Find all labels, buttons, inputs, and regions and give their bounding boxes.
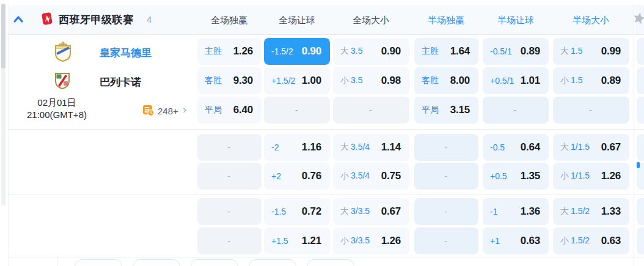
- over-under-prefix: 大: [560, 46, 569, 56]
- odds-cell[interactable]: 大3.5/41.14: [333, 134, 409, 161]
- odds-value: 1.16: [302, 141, 321, 153]
- odds-value: 0.67: [601, 141, 621, 153]
- column-header-half-handicap[interactable]: 半场让球: [479, 15, 552, 26]
- line-value: 1.5/2: [571, 206, 590, 216]
- match-time: 21:00(GMT+8): [8, 109, 106, 121]
- odds-cell[interactable]: 小1/1.51.26: [553, 163, 629, 190]
- home-team-crest: [52, 40, 74, 62]
- odds-label: +1.5/2: [271, 76, 295, 86]
- odds-label: 大1.5: [560, 46, 582, 57]
- home-team-name[interactable]: 皇家马德里: [100, 46, 152, 60]
- line-value: 3.5: [351, 75, 362, 85]
- odds-label: 大3/3.5: [340, 206, 370, 217]
- odds-cell[interactable]: 小3.5/40.75: [333, 163, 409, 190]
- odds-cell: -: [264, 97, 330, 124]
- scrollbar-thumb[interactable]: [1, 4, 5, 68]
- odds-value: 0.98: [381, 75, 401, 87]
- odds-cell: -: [197, 134, 262, 161]
- cutoff-odds-cell: [637, 134, 644, 161]
- odds-cell[interactable]: +20.76: [264, 163, 330, 190]
- odds-label: 客胜: [205, 75, 222, 86]
- pin-star-icon[interactable]: [633, 12, 644, 25]
- odds-cell[interactable]: +1.51.21: [264, 227, 330, 254]
- away-team-name[interactable]: 巴列卡诺: [100, 75, 141, 89]
- odds-cell[interactable]: -1.5/20.90: [264, 38, 330, 65]
- next-section-divider: [57, 257, 57, 266]
- odds-label: +1: [490, 236, 500, 246]
- empty-odds-dash: -: [295, 105, 298, 115]
- odds-label: 平局: [422, 105, 439, 116]
- odds-label: -1.5/2: [271, 46, 293, 56]
- odds-value: 0.67: [381, 205, 401, 218]
- collapse-chevron-up-icon[interactable]: [12, 13, 25, 26]
- odds-cell[interactable]: 小3/3.51.26: [333, 227, 409, 254]
- odds-cell[interactable]: -0.50.64: [483, 134, 549, 161]
- match-date: 02月01日: [8, 97, 106, 109]
- empty-odds-dash: -: [444, 236, 447, 246]
- odds-cell[interactable]: 大1/1.50.67: [553, 134, 629, 161]
- odds-cell[interactable]: -1.50.72: [264, 198, 330, 225]
- away-team-crest: [53, 71, 71, 89]
- odds-label: 小3.5: [340, 75, 362, 86]
- odds-label: -1: [490, 207, 497, 216]
- cutoff-tab-pill[interactable]: [191, 259, 238, 266]
- odds-label: 平局: [205, 105, 222, 116]
- odds-cell[interactable]: 主胜1.64: [414, 38, 478, 65]
- over-under-prefix: 小: [560, 171, 569, 180]
- empty-odds-dash: -: [589, 105, 592, 115]
- odds-cell[interactable]: 大1.5/21.33: [553, 198, 629, 225]
- odds-label: 大1/1.5: [560, 142, 590, 153]
- odds-cell[interactable]: -21.16: [264, 134, 330, 161]
- odds-cell: -: [414, 198, 478, 225]
- line-value: 1.5: [571, 75, 582, 85]
- odds-cell[interactable]: 主胜1.26: [197, 38, 262, 65]
- odds-cell[interactable]: +10.63: [483, 227, 549, 254]
- line-value: 1.5/2: [571, 235, 590, 245]
- odds-cell[interactable]: 客胜9.30: [197, 67, 262, 94]
- cutoff-tab-pill[interactable]: [307, 259, 354, 266]
- odds-value: 0.63: [601, 235, 621, 247]
- over-under-prefix: 小: [560, 235, 569, 245]
- odds-cell[interactable]: 平局3.15: [414, 97, 478, 124]
- odds-label: 小1.5/2: [560, 235, 590, 246]
- odds-cell[interactable]: 平局6.40: [197, 97, 262, 124]
- odds-label: -0.5: [490, 142, 505, 152]
- odds-label: 小1/1.5: [560, 171, 590, 182]
- divider: [8, 194, 644, 194]
- odds-cell[interactable]: 小3.50.98: [333, 67, 409, 94]
- cutoff-tab-pill[interactable]: [75, 259, 122, 266]
- column-header-half-overunder[interactable]: 半场大小: [554, 15, 628, 26]
- odds-cell[interactable]: 小1.5/20.63: [553, 227, 629, 254]
- odds-cell[interactable]: +0.5/11.01: [483, 67, 549, 94]
- column-header-full-overunder: 全场大小: [334, 15, 408, 26]
- empty-odds-dash: -: [444, 142, 447, 152]
- odds-cell[interactable]: 大1.50.99: [553, 38, 629, 65]
- line-value: 1.5: [571, 46, 582, 56]
- odds-cell[interactable]: 大3.50.90: [333, 38, 409, 65]
- odds-board: 西班牙甲级联赛 4 全场独赢 全场让球 全场大小 半场独赢 半场让球 半场大小 …: [0, 0, 644, 266]
- odds-label: 主胜: [422, 46, 439, 57]
- odds-cell[interactable]: -11.36: [483, 198, 549, 225]
- odds-cell[interactable]: 大3/3.50.67: [333, 198, 409, 225]
- odds-cell[interactable]: 小1.50.89: [553, 67, 629, 94]
- cutoff-odds-cell: [637, 227, 644, 254]
- extra-markets-count[interactable]: 248+: [158, 106, 178, 116]
- column-header-half-win[interactable]: 半场独赢: [409, 15, 483, 26]
- odds-cell: -: [553, 97, 629, 124]
- odds-value: 1.00: [302, 75, 321, 87]
- match-datetime: 02月01日 21:00(GMT+8): [8, 97, 106, 121]
- odds-cell[interactable]: -0.5/10.89: [483, 38, 549, 65]
- cutoff-odds-cell: [637, 198, 644, 225]
- laliga-league-icon: [40, 11, 54, 27]
- odds-cell[interactable]: +1.5/21.00: [264, 67, 330, 94]
- extra-markets-chevron-icon[interactable]: ›: [183, 103, 186, 116]
- cutoff-tab-pill[interactable]: [249, 259, 296, 266]
- empty-odds-dash: -: [227, 171, 230, 181]
- over-under-prefix: 大: [340, 142, 349, 152]
- empty-odds-dash: -: [444, 171, 447, 181]
- extra-markets-icon: [142, 105, 155, 117]
- odds-cell[interactable]: 客胜8.00: [414, 67, 478, 94]
- cutoff-tab-pill[interactable]: [133, 259, 180, 266]
- line-value: 3.5: [351, 46, 362, 56]
- odds-cell[interactable]: +0.51.35: [483, 163, 549, 190]
